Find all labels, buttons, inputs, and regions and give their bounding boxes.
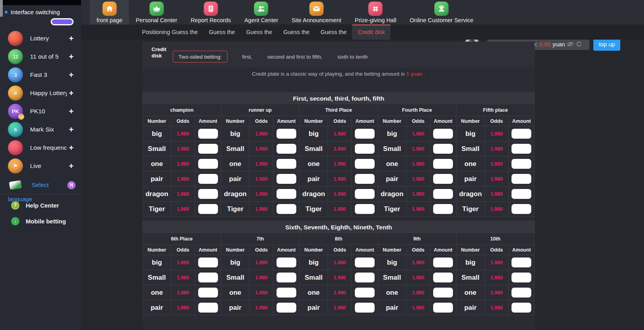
plus-icon[interactable]: + [67,34,76,43]
amount-input[interactable] [433,204,453,214]
bet-number-10th-big[interactable]: big [456,255,485,270]
amount-input[interactable] [198,273,218,282]
bet-number-champion-small[interactable]: Small [143,141,171,156]
bet-number-champion-big[interactable]: big [143,126,171,141]
bet-number-fifth-place-big[interactable]: big [456,126,485,141]
amount-input[interactable] [355,189,375,199]
bet-number-fifth-place-pair[interactable]: pair [456,172,485,187]
nav-item-front-page[interactable]: front page [90,0,129,25]
plus-icon[interactable]: + [67,71,76,80]
amount-input[interactable] [511,204,531,214]
amount-input[interactable] [277,303,296,313]
bet-number-6th-place-small[interactable]: Small [143,270,171,285]
amount-input[interactable] [198,303,218,313]
amount-input[interactable] [277,204,296,214]
bet-number-fourth-place-dragon[interactable]: dragon [378,187,406,202]
amount-input[interactable] [198,189,218,199]
subnav-tab-credit-disk-5[interactable]: Credit disk [352,25,390,40]
sidebar-item-help-center[interactable]: ? Help Center [0,197,81,213]
bet-number-6th-place-big[interactable]: big [143,255,171,270]
amount-input[interactable] [511,144,531,154]
amount-input[interactable] [511,303,531,313]
nav-item-personal-center[interactable]: Personal Center [129,0,184,25]
amount-input[interactable] [511,273,531,282]
sidebar-item-pk10[interactable]: PK10PK10+ [0,102,81,120]
bet-number-10th-pair[interactable]: pair [456,300,485,315]
subnav-tab-guess-the-2[interactable]: Guess the [241,25,278,40]
bet-number-runner-up-big[interactable]: big [221,126,250,141]
amount-input[interactable] [198,129,218,139]
interface-switching[interactable]: Interface switching [5,9,60,15]
amount-input[interactable] [355,204,375,214]
amount-input[interactable] [355,129,375,139]
subnav-tab-guess-the-3[interactable]: Guess the [278,25,315,40]
bet-number-8th-small[interactable]: Small [299,270,328,285]
bet-number-runner-up-small[interactable]: Small [221,141,250,156]
bet-number-runner-up-dragon[interactable]: dragon [221,187,250,202]
nav-item-report-records[interactable]: Report Records [184,0,238,25]
two-sided-betting-button[interactable]: Two-sided betting: [173,51,227,63]
nav-item-prize-giving-hall[interactable]: Prize-giving Hall [348,0,403,25]
amount-input[interactable] [433,129,453,139]
bet-number-third-place-tiger[interactable]: Tiger [299,202,328,217]
amount-input[interactable] [198,204,218,214]
bet-number-fifth-place-dragon[interactable]: dragon [456,187,485,202]
bet-number-third-place-pair[interactable]: pair [299,172,328,187]
amount-input[interactable] [277,288,296,298]
bet-number-10th-small[interactable]: Small [456,270,485,285]
bet-number-fifth-place-tiger[interactable]: Tiger [456,202,485,217]
bet-number-champion-dragon[interactable]: dragon [143,187,171,202]
amount-input[interactable] [355,144,375,154]
nav-item-site-announcement[interactable]: Site Announcement [285,0,348,25]
amount-input[interactable] [433,159,453,169]
scrollbar-thumb[interactable] [0,0,3,17]
bet-number-fourth-place-small[interactable]: Small [378,141,406,156]
amount-input[interactable] [198,144,218,154]
bet-number-third-place-dragon[interactable]: dragon [299,187,328,202]
bet-number-fifth-place-small[interactable]: Small [456,141,485,156]
amount-input[interactable] [511,174,531,184]
bet-number-9th-big[interactable]: big [378,255,406,270]
amount-input[interactable] [198,159,218,169]
plus-icon[interactable]: + [67,143,76,153]
plus-icon[interactable]: + [67,89,76,98]
bet-number-10th-one[interactable]: one [456,285,485,300]
amount-input[interactable] [433,288,453,298]
subnav-tab-positioning-guess-the-0[interactable]: Positioning Guess the [136,25,203,40]
amount-input[interactable] [511,258,531,267]
bet-number-fourth-place-one[interactable]: one [378,156,406,172]
bet-number-7th-small[interactable]: Small [221,270,250,285]
bet-number-7th-pair[interactable]: pair [221,300,250,315]
refresh-icon[interactable] [576,41,582,48]
bet-number-champion-one[interactable]: one [143,156,171,172]
amount-input[interactable] [511,189,531,199]
sidebar-item-low-frequency[interactable]: Low frequency+ [0,139,81,157]
amount-input[interactable] [433,174,453,184]
bet-number-runner-up-one[interactable]: one [221,156,250,172]
sidebar-item-live[interactable]: ⚑Live+ [0,157,81,175]
amount-input[interactable] [277,159,296,169]
sidebar-item-fast-3[interactable]: 3Fast 3+ [0,66,81,84]
bet-option-first[interactable]: first, [242,54,252,60]
bet-number-7th-big[interactable]: big [221,255,250,270]
subnav-tab-guess-the-4[interactable]: Guess the [315,25,352,40]
amount-input[interactable] [433,189,453,199]
amount-input[interactable] [511,159,531,169]
sidebar-item-select-language[interactable]: Select N [0,176,81,194]
amount-input[interactable] [433,258,453,267]
sidebar-item-11-out-of-5[interactable]: 1111 out of 5+ [0,48,81,66]
bet-number-fourth-place-big[interactable]: big [378,126,406,141]
bet-number-fourth-place-pair[interactable]: pair [378,172,406,187]
amount-input[interactable] [511,288,531,298]
bet-number-third-place-one[interactable]: one [299,156,328,172]
bet-number-8th-pair[interactable]: pair [299,300,328,315]
nav-item-agent-center[interactable]: Agent Center [238,0,285,25]
amount-input[interactable] [277,258,296,267]
bet-number-fifth-place-one[interactable]: one [456,156,485,172]
amount-input[interactable] [198,258,218,267]
bet-number-8th-one[interactable]: one [299,285,328,300]
amount-input[interactable] [198,288,218,298]
plus-icon[interactable]: + [67,162,76,171]
amount-input[interactable] [277,273,296,282]
interface-toggle[interactable] [51,18,74,25]
